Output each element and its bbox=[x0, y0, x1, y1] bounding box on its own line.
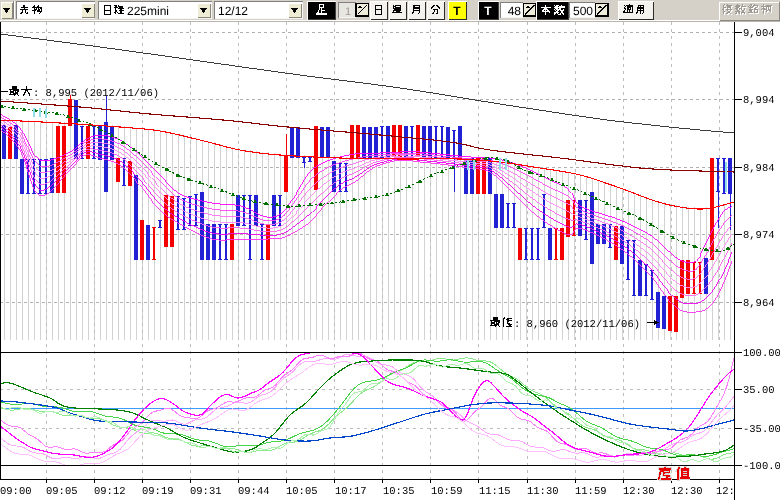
svg-text:T: T bbox=[453, 4, 461, 18]
svg-text:09:05: 09:05 bbox=[46, 486, 78, 498]
svg-text:: 8,960 (2012/11/06): : 8,960 (2012/11/06) bbox=[514, 319, 640, 331]
svg-text:12:30: 12:30 bbox=[623, 486, 655, 498]
svg-text:500: 500 bbox=[573, 4, 593, 18]
svg-text:48: 48 bbox=[508, 4, 522, 18]
svg-text:225mini: 225mini bbox=[127, 4, 169, 18]
svg-text:10:17: 10:17 bbox=[335, 486, 367, 498]
svg-text:8,964: 8,964 bbox=[743, 298, 775, 310]
svg-text:10:59: 10:59 bbox=[431, 486, 463, 498]
svg-text:09:19: 09:19 bbox=[142, 486, 174, 498]
svg-text:35.00: 35.00 bbox=[743, 385, 775, 397]
svg-text:T: T bbox=[484, 4, 492, 18]
svg-text:12/12: 12/12 bbox=[218, 4, 248, 18]
svg-text:11:15: 11:15 bbox=[479, 486, 511, 498]
svg-text:11:30: 11:30 bbox=[527, 486, 559, 498]
svg-text:09:44: 09:44 bbox=[238, 486, 270, 498]
svg-text:09:00: 09:00 bbox=[0, 486, 32, 498]
svg-text:9,004: 9,004 bbox=[743, 28, 775, 40]
svg-text:09:31: 09:31 bbox=[190, 486, 222, 498]
svg-text:12:30: 12:30 bbox=[671, 486, 703, 498]
svg-text:8,984: 8,984 bbox=[743, 163, 775, 175]
svg-text:8,994: 8,994 bbox=[743, 95, 775, 107]
svg-text:1: 1 bbox=[345, 6, 351, 18]
svg-text:10:05: 10:05 bbox=[286, 486, 318, 498]
svg-text:-35.00: -35.00 bbox=[743, 424, 780, 436]
svg-text:-100.00: -100.00 bbox=[743, 461, 780, 473]
svg-text:09:12: 09:12 bbox=[94, 486, 126, 498]
svg-text:10:35: 10:35 bbox=[383, 486, 415, 498]
svg-text:11:59: 11:59 bbox=[575, 486, 607, 498]
svg-text:100.00: 100.00 bbox=[743, 348, 780, 360]
svg-text:: 8,995 (2012/11/06): : 8,995 (2012/11/06) bbox=[33, 88, 159, 100]
svg-text:8,974: 8,974 bbox=[743, 230, 775, 242]
